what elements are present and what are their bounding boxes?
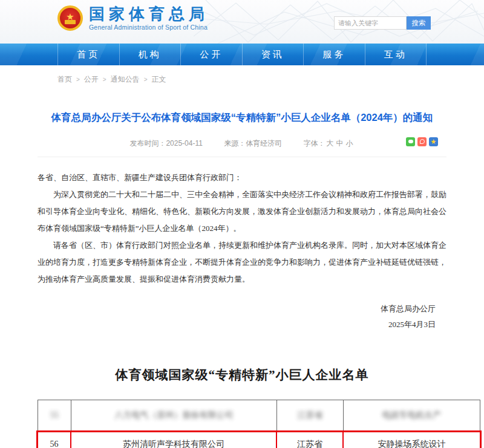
brand-text: 国家体育总局 General Administration of Sport o… <box>89 5 209 31</box>
table-row-56: 56苏州清听声学科技有限公司江苏省安静操场系统设计 <box>36 430 482 448</box>
font-option-0[interactable]: 大 <box>327 139 334 148</box>
cell-business: 安静操场系统设计 <box>344 432 480 448</box>
publish-time: 发布时间：2025-04-11 <box>129 139 203 148</box>
article-source: 来源：体育经济司 <box>224 139 282 148</box>
paragraph: 为深入贯彻党的二十大和二十届二中、三中全会精神，全面落实中央经济工作会议精神和政… <box>38 186 446 237</box>
favorite-star-icon[interactable]: ★ <box>429 137 438 146</box>
breadcrumb-item-3: 正文 <box>152 75 166 83</box>
page: ★ 国家体育总局 General Administration of Sport… <box>0 0 484 448</box>
nav-item-4[interactable]: 服务 <box>304 44 365 65</box>
national-emblem-logo: ★ <box>57 5 83 31</box>
article-meta: 发布时间：2025-04-11 来源：体育经济司 字体：大中小 ★ <box>38 138 446 157</box>
cell-province: 江苏省 <box>277 400 344 431</box>
site-header: ★ 国家体育总局 General Administration of Sport… <box>0 0 484 44</box>
font-option-2[interactable]: 小 <box>346 139 353 148</box>
main-nav: 首页机构公开资讯服务互动 <box>0 44 484 65</box>
breadcrumb-item-0[interactable]: 首页 <box>57 75 72 83</box>
nav-item-2[interactable]: 公开 <box>181 44 243 65</box>
search-bar: 搜索 <box>334 16 431 30</box>
breadcrumb-separator: > <box>144 76 148 83</box>
article-body: 各省、自治区、直辖市、新疆生产建设兵团体育行政部门： 为深入贯彻党的二十大和二十… <box>38 169 446 288</box>
paragraph: 各省、自治区、直辖市、新疆生产建设兵团体育行政部门： <box>38 169 446 186</box>
font-option-1[interactable]: 中 <box>336 139 344 148</box>
nav-item-0[interactable]: 首页 <box>58 44 120 65</box>
breadcrumb: 首页>公开>通知公告>正文 <box>57 74 484 85</box>
signature-block: 体育总局办公厅 2025年4月3日 <box>38 301 446 333</box>
weibo-share-icon[interactable] <box>417 137 427 146</box>
signature-org: 体育总局办公厅 <box>38 301 436 317</box>
breadcrumb-separator: > <box>103 76 106 83</box>
table-row-55: 55八方电气（苏州）股份有限公司江苏省电踏车电机生产 <box>38 400 480 432</box>
cell-no: 55 <box>38 400 71 431</box>
cell-company: 八方电气（苏州）股份有限公司 <box>71 400 277 431</box>
cell-no: 56 <box>38 432 71 448</box>
emblem-gate-icon <box>65 20 76 24</box>
share-icons: ★ <box>406 137 438 146</box>
font-size-switcher: 字体：大中小 <box>304 139 355 148</box>
cell-business: 电踏车电机生产 <box>344 400 480 431</box>
article-title: 体育总局办公厅关于公布体育领域国家级“专精特新”小巨人企业名单（2024年）的通… <box>38 110 446 125</box>
brand: ★ 国家体育总局 General Administration of Sport… <box>57 5 209 31</box>
breadcrumb-item-1[interactable]: 公开 <box>84 75 99 83</box>
wechat-share-icon[interactable] <box>406 137 415 146</box>
search-input[interactable] <box>334 16 407 30</box>
nav-item-1[interactable]: 机构 <box>120 44 182 65</box>
list-title: 体育领域国家级“专精特新”小巨人企业名单 <box>38 366 446 383</box>
site-subtitle: General Administration of Sport of China <box>89 24 209 31</box>
signature-date: 2025年4月3日 <box>38 317 436 333</box>
nav-item-5[interactable]: 互动 <box>365 44 427 65</box>
breadcrumb-item-2[interactable]: 通知公告 <box>111 75 140 83</box>
company-table: 55八方电气（苏州）股份有限公司江苏省电踏车电机生产56苏州清听声学科技有限公司… <box>38 400 480 448</box>
nav-item-3[interactable]: 资讯 <box>243 44 304 65</box>
site-title: 国家体育总局 <box>89 5 209 24</box>
article-container: 体育总局办公厅关于公布体育领域国家级“专精特新”小巨人企业名单（2024年）的通… <box>38 110 446 448</box>
paragraph: 请各省（区、市）体育行政部门对照企业名单，持续更新和维护体育产业机构名录库。同时… <box>38 237 446 288</box>
cell-province: 江苏省 <box>277 432 344 448</box>
cell-company: 苏州清听声学科技有限公司 <box>71 432 277 448</box>
breadcrumb-separator: > <box>76 76 80 83</box>
search-button[interactable]: 搜索 <box>407 16 431 30</box>
